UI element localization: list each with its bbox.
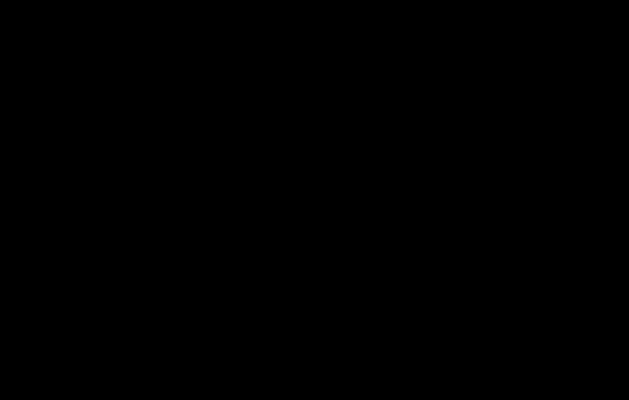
datetime-line — [12, 39, 30, 55]
spectrogram-canvas — [0, 0, 629, 400]
hrofft-screen — [0, 0, 629, 400]
